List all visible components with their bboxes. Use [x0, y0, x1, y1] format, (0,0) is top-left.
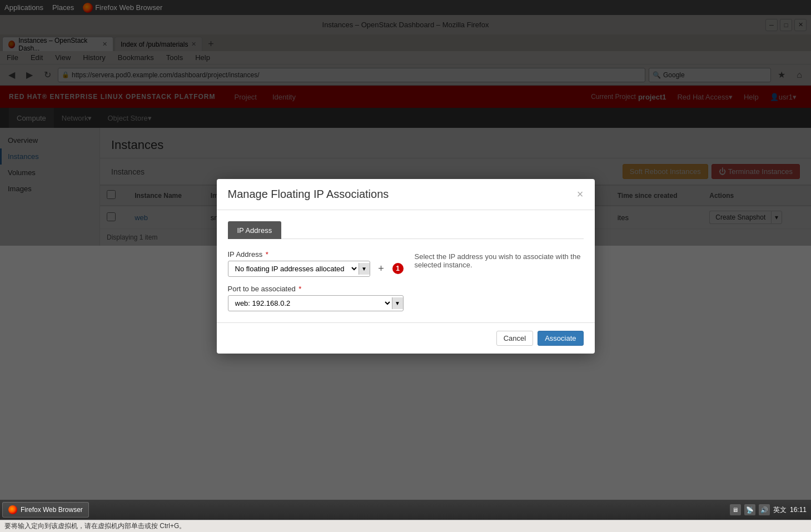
taskbar-firefox-label: Firefox Web Browser: [21, 506, 83, 514]
form-left: IP Address * No floating IP addresses al…: [228, 250, 404, 311]
taskbar: Firefox Web Browser 🖥 📡 🔊 英文 16:11: [0, 500, 811, 520]
modal-form: IP Address * No floating IP addresses al…: [228, 250, 584, 311]
taskbar-locale: 英文: [773, 505, 787, 515]
port-select-wrap: web: 192.168.0.2 ▼: [228, 295, 404, 311]
taskbar-icon-3[interactable]: 🔊: [759, 504, 770, 515]
form-right: Select the IP address you wish to associ…: [415, 250, 584, 269]
ip-count-badge: 1: [392, 263, 404, 274]
modal-close-button[interactable]: ×: [577, 188, 584, 200]
ip-address-select[interactable]: No floating IP addresses allocated: [228, 261, 359, 276]
statusbar: 要将输入定向到该虚拟机，请在虚拟机内部单击或按 Ctrl+G。: [0, 520, 811, 532]
port-select-arrow-icon: ▼: [392, 297, 403, 309]
ip-row: No floating IP addresses allocated ▼ + 1: [228, 261, 404, 277]
ip-select-wrap: No floating IP addresses allocated ▼: [228, 261, 370, 277]
modal-tab-ip-address[interactable]: IP Address: [228, 221, 282, 239]
modal-header: Manage Floating IP Associations ×: [217, 179, 595, 210]
ip-select-arrow-icon: ▼: [359, 263, 370, 275]
taskbar-right: 🖥 📡 🔊 英文 16:11: [730, 504, 809, 515]
modal-tabs: IP Address: [228, 221, 584, 239]
manage-floating-ip-modal: Manage Floating IP Associations × IP Add…: [217, 179, 595, 354]
modal-overlay: Manage Floating IP Associations × IP Add…: [0, 0, 811, 532]
taskbar-firefox-icon: [8, 505, 17, 514]
associate-button[interactable]: Associate: [538, 331, 583, 346]
port-select[interactable]: web: 192.168.0.2: [228, 296, 392, 311]
ip-address-label: IP Address *: [228, 250, 404, 258]
modal-description: Select the IP address you wish to associ…: [415, 252, 584, 269]
modal-body: IP Address IP Address * No floating IP a…: [217, 210, 595, 322]
statusbar-message: 要将输入定向到该虚拟机，请在虚拟机内部单击或按 Ctrl+G。: [4, 521, 186, 531]
modal-title: Manage Floating IP Associations: [228, 188, 389, 201]
taskbar-firefox-item[interactable]: Firefox Web Browser: [2, 502, 89, 518]
add-ip-button[interactable]: +: [374, 261, 389, 276]
modal-footer: Cancel Associate: [217, 322, 595, 354]
taskbar-icon-1[interactable]: 🖥: [730, 504, 741, 515]
cancel-button[interactable]: Cancel: [496, 331, 533, 346]
port-label: Port to be associated *: [228, 285, 404, 293]
taskbar-icon-2[interactable]: 📡: [744, 504, 755, 515]
taskbar-time: 16:11: [790, 506, 807, 514]
